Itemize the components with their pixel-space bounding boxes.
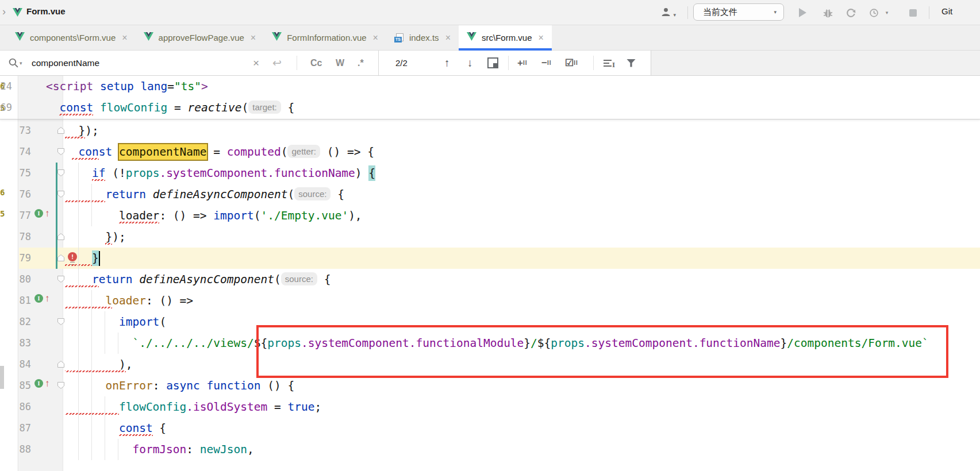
line-number: 81 [19, 290, 31, 311]
whole-words-toggle[interactable]: W [336, 51, 344, 75]
remove-occurrence-button[interactable]: −II [541, 51, 552, 75]
new-line-icon[interactable]: ↩ [272, 51, 282, 75]
user-account-button[interactable]: ▾ [661, 7, 676, 19]
vue-file-icon [15, 32, 25, 43]
parameter-hint: getter: [287, 145, 320, 158]
arrow-up-icon: ↑ [45, 209, 50, 218]
match-count: 2/2 [395, 51, 408, 75]
window-title: Form.vue [26, 6, 66, 16]
previous-match-button[interactable]: ↑ [444, 51, 450, 75]
line-number: 73 [19, 120, 31, 141]
error-squiggle [119, 434, 153, 436]
tab-close-icon[interactable]: × [373, 33, 378, 43]
open-in-find-window-button[interactable] [487, 51, 498, 75]
vcs-change-marker[interactable] [56, 163, 57, 269]
indent-guide [78, 163, 79, 460]
fold-marker-up[interactable] [57, 126, 65, 137]
clear-search-icon[interactable]: × [253, 51, 259, 75]
code-line-80[interactable]: 80 return defineAsyncComponent(source: { [19, 269, 980, 290]
code-line-74[interactable]: 74 const componentName = computed(getter… [19, 141, 980, 163]
code-line-24[interactable]: 24<script setup lang="ts"> [0, 76, 980, 97]
select-all-occurrences-button[interactable]: ☑II [565, 51, 578, 75]
line-number: 83 [19, 333, 31, 354]
vue-file-icon [144, 32, 153, 43]
regex-toggle[interactable]: .* [358, 51, 364, 75]
code-line-69[interactable]: 69 const flowConfig = reactive(target: { [0, 97, 980, 118]
divider [508, 56, 509, 70]
tab-close-icon[interactable]: × [122, 33, 127, 43]
tab-forminformation.vue[interactable]: FormInformation.vue× [264, 25, 386, 50]
code-line-79[interactable]: 79! } [19, 248, 980, 269]
search-options-icon[interactable]: I [604, 51, 613, 75]
code-line-77[interactable]: 77I↑ loader: () => import('./Empty.vue')… [19, 205, 980, 226]
fold-marker-up[interactable] [57, 254, 65, 264]
add-occurrence-button[interactable]: +II [517, 51, 528, 75]
profiler-button[interactable] [868, 7, 879, 18]
search-input[interactable]: componentName [32, 51, 99, 75]
error-squiggle [72, 158, 99, 160]
error-squiggle [65, 370, 126, 372]
gutter-inspection-icon[interactable]: I↑ [34, 379, 50, 388]
tab-components-form.vue[interactable]: components\Form.vue× [7, 25, 136, 50]
error-squiggle [65, 285, 99, 287]
search-panel: ▾ componentName × ↩ Cc W .* 2/2 ↑ ↓ +II … [0, 51, 651, 75]
fold-marker-down[interactable] [57, 169, 65, 179]
code-text: <script setup lang="ts"> [46, 76, 208, 97]
fold-marker-down[interactable] [57, 190, 65, 200]
parameter-hint: source: [294, 187, 330, 200]
indent-guide [118, 333, 118, 354]
fold-marker-down[interactable] [57, 381, 65, 392]
code-text: return defineAsyncComponent(source: { [65, 184, 344, 205]
gutter-inspection-icon[interactable]: I↑ [34, 209, 50, 218]
tab-label: approveFlowPage.vue [159, 33, 244, 43]
code-line-81[interactable]: 81I↑ loader: () => [19, 290, 980, 311]
search-icon[interactable]: ▾ [8, 51, 22, 75]
error-squiggle [119, 222, 159, 223]
code-line-78[interactable]: 78 }); [19, 226, 980, 248]
profiler-dropdown[interactable]: ▾ [883, 7, 890, 18]
match-case-toggle[interactable]: Cc [310, 51, 322, 75]
run-button[interactable] [797, 7, 808, 18]
gutter-inspection-icon[interactable]: I↑ [34, 294, 50, 303]
fold-marker-up[interactable] [57, 233, 65, 243]
error-squiggle [59, 114, 93, 115]
chevron-down-icon: ▾ [673, 12, 676, 18]
fold-marker-up[interactable] [57, 360, 65, 370]
run-configuration-select[interactable]: 当前文件 ▾ [693, 3, 784, 21]
code-editor[interactable]: 6565 73 });74 const componentName = comp… [0, 76, 980, 471]
filter-icon[interactable] [627, 51, 636, 75]
tab-src-form.vue[interactable]: src\Form.vue× [459, 25, 552, 50]
fold-marker-down[interactable] [57, 275, 65, 285]
code-line-75[interactable]: 75 if (!props.systemComponent.functionNa… [19, 163, 980, 184]
stop-button[interactable] [907, 7, 918, 18]
tab-close-icon[interactable]: × [538, 33, 543, 43]
fold-marker-down[interactable] [57, 148, 65, 158]
text-caret [99, 251, 100, 266]
line-number: 77 [19, 205, 31, 226]
indent-guide [105, 311, 105, 354]
divider [687, 6, 688, 19]
code-line-85[interactable]: 85I↑ onError: async function () { [19, 375, 980, 396]
line-number: 85 [19, 375, 31, 396]
breadcrumb-chevron-icon: › [2, 6, 6, 18]
fold-marker-down[interactable] [57, 318, 65, 328]
tab-close-icon[interactable]: × [251, 33, 256, 43]
debug-button[interactable] [822, 7, 833, 18]
run-configuration-label: 当前文件 [703, 7, 737, 18]
tab-index.ts[interactable]: TSindex.ts× [386, 25, 459, 50]
parameter-hint: target: [248, 101, 281, 114]
code-line-88[interactable]: 88 formJson: newJson, [19, 439, 980, 460]
code-line-87[interactable]: 87 const { [19, 418, 980, 439]
indent-guide [118, 439, 118, 460]
line-number: 24 [0, 76, 12, 97]
tab-approveflowpage.vue[interactable]: approveFlowPage.vue× [136, 25, 264, 50]
next-match-button[interactable]: ↓ [467, 51, 473, 75]
run-with-coverage-button[interactable] [845, 7, 856, 18]
code-line-86[interactable]: 86 flowConfig.isOldSystem = true; [19, 396, 980, 418]
search-match-highlight: componentName [119, 144, 207, 160]
tab-close-icon[interactable]: × [445, 33, 451, 43]
code-line-73[interactable]: 73 }); [19, 120, 980, 141]
arrow-up-icon: ↑ [45, 294, 50, 303]
code-line-76[interactable]: 76 return defineAsyncComponent(source: { [19, 184, 980, 205]
git-menu[interactable]: Git [941, 6, 952, 16]
